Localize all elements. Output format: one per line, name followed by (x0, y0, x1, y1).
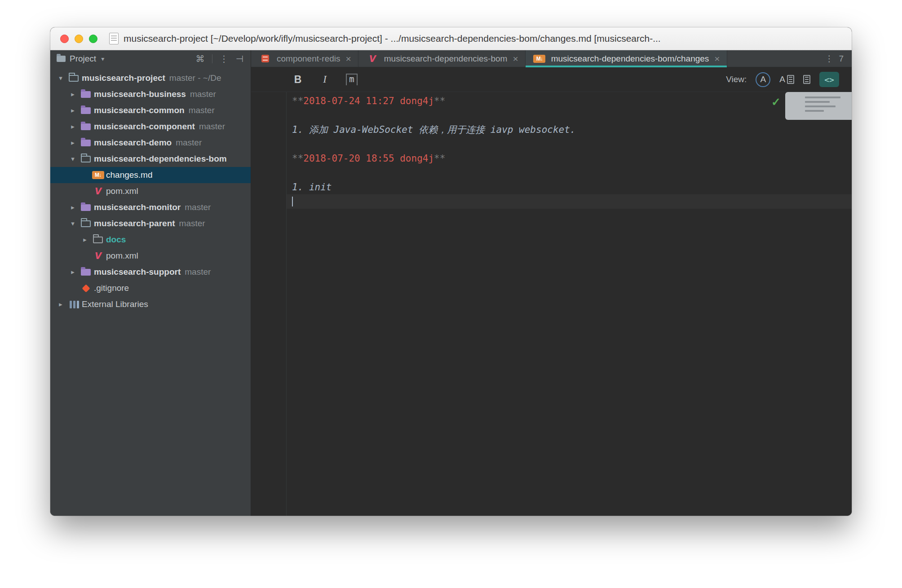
preview-pane-icon (787, 75, 794, 84)
editor-tab-component-redis[interactable]: component-redis× (251, 50, 358, 67)
tree-item-musicsearch-business[interactable]: ▸musicsearch-businessmaster (50, 86, 251, 102)
zoom-window-button[interactable] (89, 35, 97, 43)
text-segment: 1. init (292, 182, 332, 193)
branch-label: master (179, 219, 205, 228)
project-tool-window: Project ▾ ⌘ ⋮ ⊣ ▾musicsearch-projectmast… (50, 50, 251, 516)
editor-tab-musicsearch-dependencies-bom-changes[interactable]: M↓musicsearch-dependencies-bom/changes× (526, 50, 727, 67)
tree-item-musicsearch-component[interactable]: ▸musicsearch-componentmaster (50, 118, 251, 135)
close-icon[interactable]: × (346, 53, 351, 64)
italic-button[interactable]: I (317, 71, 333, 88)
tree-item-musicsearch-common[interactable]: ▸musicsearch-commonmaster (50, 102, 251, 118)
editor-body[interactable]: **2018-07-24 11:27 dong4j**1. 添加 Java-We… (251, 92, 852, 516)
folder-purple-icon (79, 91, 93, 98)
tree-item-.gitignore[interactable]: .gitignore (50, 280, 251, 296)
tree-item-docs[interactable]: ▸docs (50, 232, 251, 248)
tree-item-label: musicsearch-support (94, 267, 181, 277)
chevron-right-icon[interactable]: ▸ (67, 268, 79, 276)
divider (212, 54, 212, 63)
view-editor-and-preview-button[interactable]: A (779, 75, 794, 84)
tree-item-musicsearch-parent[interactable]: ▾musicsearch-parentmaster (50, 215, 251, 232)
view-label: View: (726, 75, 747, 84)
folder-purple-icon (79, 107, 93, 114)
scrollbar-preview[interactable] (785, 92, 852, 120)
project-folder-icon (57, 56, 66, 62)
chevron-down-icon[interactable]: ▾ (55, 74, 66, 82)
editor-line-8 (287, 194, 852, 209)
tree-item-musicsearch-project[interactable]: ▾musicsearch-projectmaster - ~/De (50, 70, 251, 86)
traffic-lights (60, 35, 97, 43)
chevron-down-icon[interactable]: ▾ (101, 55, 104, 62)
minimize-window-button[interactable] (75, 35, 83, 43)
editor-toolbar-toggle-button[interactable]: <> (819, 72, 839, 87)
markdown-icon: M↓ (91, 171, 105, 179)
folder-outline-icon (79, 156, 93, 162)
chevron-down-icon[interactable]: ▾ (67, 155, 79, 163)
titlebar: musicsearch-project [~/Develop/work/ifly… (50, 27, 852, 50)
inspections-ok-icon[interactable]: ✓ (771, 96, 781, 109)
chevron-right-icon[interactable]: ▸ (67, 106, 79, 114)
more-vertical-icon[interactable]: ⋮ (825, 53, 833, 64)
tree-item-musicsearch-support[interactable]: ▸musicsearch-supportmaster (50, 264, 251, 280)
code-button[interactable]: m (344, 71, 360, 88)
view-mode-group: View: A A <> (726, 72, 839, 87)
tree-item-changes.md[interactable]: M↓changes.md (50, 167, 251, 183)
text-segment: 2018-07-20 18:55 dong4j (303, 153, 434, 164)
view-editor-only-button[interactable]: A (756, 72, 770, 87)
maven-icon: V (91, 186, 105, 196)
tree-item-musicsearch-dependencies-bom[interactable]: ▾musicsearch-dependencies-bom (50, 151, 251, 167)
tab-label: component-redis (277, 54, 340, 64)
editor-tab-musicsearch-dependencies-bom[interactable]: Vmusicsearch-dependencies-bom× (358, 50, 526, 67)
tree-item-musicsearch-monitor[interactable]: ▸musicsearch-monitormaster (50, 199, 251, 215)
tree-item-external-libraries[interactable]: ▸External Libraries (50, 296, 251, 312)
library-icon (66, 301, 81, 308)
chevron-down-icon[interactable]: ▾ (67, 219, 79, 228)
folder-purple-icon (79, 269, 93, 276)
bold-button[interactable]: B (290, 71, 306, 88)
branch-label: master (189, 105, 215, 115)
editor-line-5: **2018-07-20 18:55 dong4j** (287, 151, 852, 166)
folder-plain-icon (91, 237, 105, 243)
hide-panel-icon[interactable]: ⊣ (236, 53, 243, 64)
tree-item-pom.xml[interactable]: Vpom.xml (50, 183, 251, 199)
chevron-right-icon[interactable]: ▸ (79, 236, 91, 244)
tree-item-musicsearch-demo[interactable]: ▸musicsearch-demomaster (50, 135, 251, 151)
folder-outline-icon (66, 75, 81, 82)
editor-line-6 (287, 166, 852, 180)
redis-file-icon (258, 55, 272, 62)
chevron-right-icon[interactable]: ▸ (67, 203, 79, 211)
letter-a-icon: A (779, 75, 785, 84)
text-segment: ** (434, 96, 445, 106)
tree-item-label: .gitignore (94, 283, 129, 293)
chevron-right-icon[interactable]: ▸ (55, 300, 66, 308)
maven-icon: V (91, 251, 105, 261)
tree-item-label: musicsearch-component (94, 122, 195, 132)
tree-item-pom.xml[interactable]: Vpom.xml (50, 248, 251, 264)
markdown-toolbar: B I m View: A A <> (251, 67, 852, 92)
panel-options-icon[interactable]: ⋮ (220, 53, 229, 64)
chevron-right-icon[interactable]: ▸ (67, 123, 79, 131)
view-preview-only-button[interactable] (803, 75, 810, 84)
text-segment: ** (434, 153, 445, 164)
editor-line-7: 1. init (287, 180, 852, 194)
tree-item-label: docs (106, 235, 126, 245)
chevron-right-icon[interactable]: ▸ (67, 139, 79, 147)
project-tree[interactable]: ▾musicsearch-projectmaster - ~/De▸musics… (50, 67, 251, 516)
close-window-button[interactable] (60, 35, 69, 43)
editor-line-1: **2018-07-24 11:27 dong4j** (287, 94, 852, 108)
document-icon (109, 33, 119, 44)
tree-item-label: pom.xml (106, 251, 138, 261)
tree-item-label: musicsearch-dependencies-bom (94, 154, 227, 164)
branch-label: master (190, 89, 216, 99)
main-area: Project ▾ ⌘ ⋮ ⊣ ▾musicsearch-projectmast… (50, 50, 852, 516)
editor-content[interactable]: **2018-07-24 11:27 dong4j**1. 添加 Java-We… (286, 92, 852, 516)
text-segment: 1. 添加 Java-WebSocket 依赖，用于连接 iavp websoc… (292, 124, 576, 135)
project-panel-title[interactable]: Project (70, 54, 96, 64)
hidden-tabs-count: 7 (839, 54, 844, 64)
locate-file-icon[interactable]: ⌘ (196, 53, 205, 64)
tab-label: musicsearch-dependencies-bom/changes (551, 54, 709, 64)
close-icon[interactable]: × (714, 53, 720, 64)
chevron-right-icon[interactable]: ▸ (67, 90, 79, 98)
close-icon[interactable]: × (513, 53, 518, 64)
folder-purple-icon (79, 140, 93, 146)
hidden-tabs-control[interactable]: ⋮7 (825, 50, 852, 67)
